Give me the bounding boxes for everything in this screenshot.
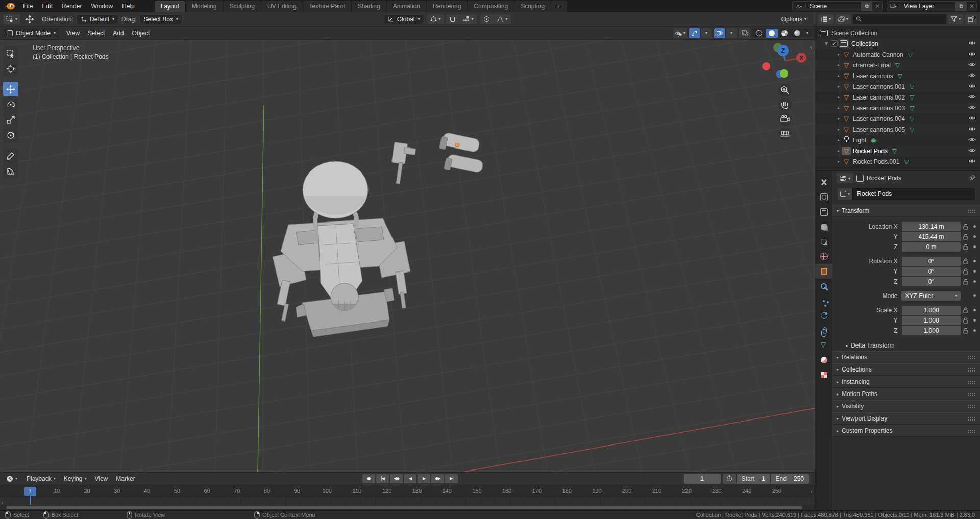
active-tool-dropdown[interactable]: ▾: [3, 14, 20, 24]
timeline-menu-item[interactable]: Playback▾: [22, 475, 60, 482]
workspace-tab[interactable]: Compositing: [468, 1, 514, 12]
expand-caret-icon[interactable]: ▸: [836, 127, 842, 132]
playhead[interactable]: [30, 496, 31, 505]
collection-checkbox[interactable]: ✓: [831, 40, 838, 47]
animate-property-dot[interactable]: [973, 235, 976, 238]
expand-caret-icon[interactable]: ▸: [836, 73, 842, 78]
workspace-tab[interactable]: UV Editing: [261, 1, 303, 12]
scale-tool-button[interactable]: [3, 112, 18, 127]
annotate-tool-button[interactable]: [3, 148, 18, 163]
outliner-object-row[interactable]: ▸ ▽ Laser cannons.001 ▽ ◉: [815, 81, 980, 92]
outliner-display-mode-dropdown[interactable]: ▾: [818, 14, 834, 24]
expand-caret-icon[interactable]: ▸: [836, 106, 842, 110]
workspace-tab[interactable]: Sculpting: [224, 1, 261, 12]
scale-value-field[interactable]: 1.000: [902, 326, 961, 335]
move-tool-button[interactable]: [3, 82, 18, 96]
properties-tab[interactable]: [815, 293, 832, 308]
hide-in-viewport-eye-icon[interactable]: [968, 147, 976, 155]
pivot-point-dropdown[interactable]: ▾: [427, 14, 444, 24]
animate-property-dot[interactable]: [973, 225, 976, 228]
snap-target-dropdown[interactable]: ▾: [459, 14, 477, 24]
blender-logo-icon[interactable]: [4, 2, 15, 10]
new-collection-button[interactable]: [965, 14, 977, 24]
timeline-menu-item[interactable]: Marker▾: [112, 475, 139, 482]
object-name-input[interactable]: Rocket Pods: [852, 188, 975, 200]
expand-caret-icon[interactable]: ▸: [836, 149, 842, 153]
workspace-tab[interactable]: Modeling: [186, 1, 223, 12]
scene-selector[interactable]: ◬▾ Scene ⧉ ✕: [792, 1, 883, 11]
outliner-object-row[interactable]: ▸ ▽ Laser cannons.004 ▽ ◉: [815, 113, 980, 124]
proportional-falloff-dropdown[interactable]: ▾: [494, 14, 511, 24]
xray-toggle[interactable]: [739, 28, 750, 38]
lock-icon[interactable]: [961, 268, 971, 275]
model-rocket-tank[interactable]: [219, 128, 490, 347]
unlink-scene-button[interactable]: ✕: [873, 3, 882, 10]
outliner-object-row[interactable]: ▸ ▽ Laser cannons ▽ ◉: [815, 70, 980, 81]
previous-keyframe[interactable]: ◀◆: [390, 474, 403, 483]
lock-icon[interactable]: [961, 244, 971, 250]
frame-start-field[interactable]: Start1: [737, 474, 770, 484]
timeline-editor-type-dropdown[interactable]: ▾: [3, 474, 20, 484]
remove-view-layer-button[interactable]: ✕: [967, 3, 976, 10]
panel-drag-handle[interactable]: [968, 209, 976, 213]
delta-transform-subpanel[interactable]: ▸ Delta Transform: [832, 340, 980, 351]
mode-dropdown[interactable]: Object Mode ▾: [3, 28, 59, 38]
hide-in-viewport-eye-icon[interactable]: [968, 105, 976, 112]
menubar-item[interactable]: File: [18, 0, 37, 12]
new-scene-button[interactable]: ⧉: [861, 2, 872, 11]
shading-rendered-button[interactable]: [791, 29, 803, 38]
outliner-filter-dropdown[interactable]: ▾: [948, 14, 963, 24]
timeline-horizontal-scrollbar[interactable]: [6, 506, 802, 509]
properties-tab[interactable]: [815, 234, 832, 249]
hide-in-viewport-eye-icon[interactable]: [968, 40, 976, 47]
properties-tab[interactable]: [815, 249, 832, 264]
outliner-filter-type-dropdown[interactable]: ▾: [836, 14, 851, 24]
animate-property-dot[interactable]: [973, 319, 976, 322]
proportional-editing-toggle[interactable]: [480, 14, 493, 24]
properties-tab[interactable]: [815, 279, 832, 293]
animate-property-dot[interactable]: [973, 245, 976, 248]
workspace-tab[interactable]: Layout: [155, 1, 185, 12]
shading-dropdown[interactable]: ▾: [804, 29, 811, 38]
outliner-object-row[interactable]: ▸ ▽ Laser cannons.005 ▽ ◉: [815, 124, 980, 135]
outliner-object-row[interactable]: ▸ ▽ Laser cannons.003 ▽ ◉: [815, 103, 980, 113]
select-box-tool-button[interactable]: [3, 46, 18, 61]
timeline-menu-item[interactable]: Keying▾: [60, 475, 91, 482]
options-dropdown[interactable]: Options ▾: [778, 14, 810, 24]
animate-property-dot[interactable]: [973, 260, 976, 262]
lock-icon[interactable]: [961, 224, 971, 230]
properties-collapsed-panel[interactable]: ▸ Motion Paths: [832, 388, 980, 400]
shading-wireframe-button[interactable]: [753, 29, 765, 38]
panel-drag-handle[interactable]: [968, 380, 976, 384]
panel-drag-handle[interactable]: [968, 429, 976, 433]
hide-in-viewport-eye-icon[interactable]: [968, 62, 976, 69]
viewport-menu-item[interactable]: Select: [84, 30, 109, 37]
outliner-search-input[interactable]: [853, 14, 946, 24]
outliner-object-row[interactable]: ▸ ▽ Rocket Pods ▽ ◉: [815, 145, 980, 156]
panel-drag-handle[interactable]: [968, 356, 976, 359]
snap-toggle[interactable]: [446, 14, 459, 24]
scale-value-field[interactable]: 1.000: [902, 316, 961, 325]
workspace-tab[interactable]: Rendering: [427, 1, 467, 12]
animate-property-dot[interactable]: [973, 280, 976, 283]
lock-icon[interactable]: [961, 317, 971, 324]
hide-in-viewport-eye-icon[interactable]: [968, 137, 976, 144]
overlays-dropdown[interactable]: ▾: [726, 28, 737, 38]
next-keyframe[interactable]: ◆▶: [431, 474, 444, 483]
outliner-collection-row[interactable]: ▼ ✓ Collection: [815, 38, 980, 49]
animate-property-dot[interactable]: [973, 294, 976, 297]
expand-caret-icon[interactable]: ▸: [836, 159, 842, 164]
timeline-menu-item[interactable]: View▾: [90, 475, 112, 482]
hide-in-viewport-eye-icon[interactable]: [968, 115, 976, 122]
expand-caret-icon[interactable]: ▸: [836, 84, 842, 89]
hide-in-viewport-eye-icon[interactable]: [968, 94, 976, 101]
expand-caret-icon[interactable]: ▸: [836, 95, 842, 100]
new-view-layer-button[interactable]: ⧉: [955, 2, 967, 11]
animate-property-dot[interactable]: [973, 270, 976, 273]
properties-tab[interactable]: [815, 175, 832, 190]
properties-collapsed-panel[interactable]: ▸ Viewport Display: [832, 412, 980, 425]
outliner-object-row[interactable]: ▸ ▽ Laser cannons.002 ▽ ◉: [815, 92, 980, 103]
location-value-field[interactable]: 130.14 m: [902, 222, 961, 231]
panel-drag-handle[interactable]: [968, 405, 976, 408]
shading-solid-button[interactable]: [766, 29, 778, 38]
